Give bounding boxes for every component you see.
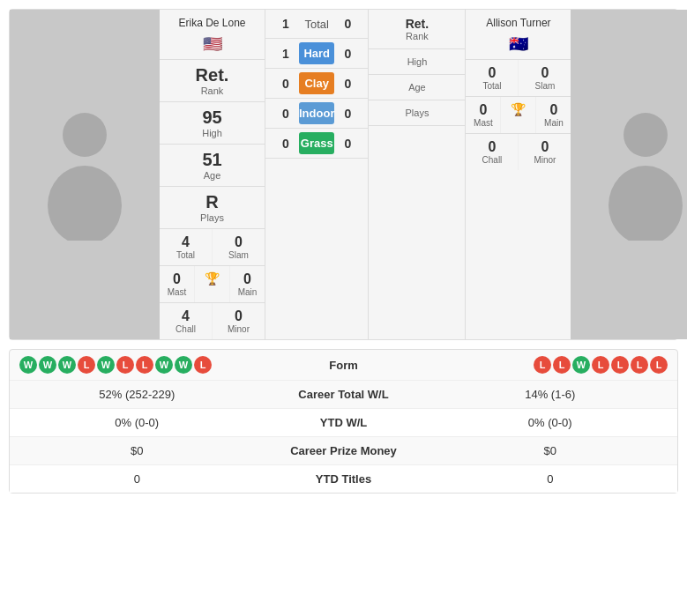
right-minor-val: 0 [541, 139, 549, 155]
right-high-block: High [369, 49, 465, 75]
indoor-score-right: 0 [334, 107, 361, 121]
right-slam-val: 0 [541, 65, 549, 81]
stat-center-label: Career Prize Money [256, 444, 432, 457]
stat-row: 52% (252-229)Career Total W/L14% (1-6) [10, 381, 677, 409]
hard-badge: Hard [299, 42, 334, 64]
left-slam-label: Slam [228, 250, 249, 260]
svg-point-2 [624, 113, 668, 157]
form-badge-right: W [572, 356, 590, 374]
right-mast-main-row: 0 Mast 🏆 0 Main [466, 96, 571, 133]
stat-row: 0YTD Titles0 [10, 465, 677, 493]
stats-rows-container: 52% (252-229)Career Total W/L14% (1-6)0%… [10, 381, 677, 493]
left-trophy-icon: 🏆 [205, 271, 220, 286]
clay-score-left: 0 [273, 77, 299, 91]
form-badge-right: L [592, 356, 609, 374]
clay-score-right: 0 [334, 77, 361, 91]
form-right-badges: LLWLLLL [414, 355, 669, 375]
right-trophy-icon: 🏆 [511, 102, 526, 116]
left-mast-label: Mast [168, 287, 187, 297]
right-player-name: Allison Turner [466, 10, 571, 33]
stat-left-val: 0 [19, 472, 256, 486]
left-chall-minor-row: 4 Chall 0 Minor [160, 302, 265, 339]
right-total-cell: 0 Total [466, 60, 519, 96]
grass-score-left: 0 [273, 137, 299, 151]
left-player-flag: 🇺🇸 [160, 33, 265, 59]
clay-badge: Clay [299, 72, 334, 94]
form-badge-right: L [611, 356, 629, 374]
hard-row: 1 Hard 0 [265, 39, 368, 69]
right-rank-block: Ret. Rank [369, 10, 465, 49]
main-container: Erika De Lone 🇺🇸 Ret. Rank 95 High 51 Ag… [0, 9, 687, 494]
left-minor-val: 0 [235, 308, 243, 324]
left-high-val: 95 [202, 108, 221, 128]
left-high-label: High [202, 128, 222, 138]
left-mast-main-row: 0 Mast 🏆 0 Main [160, 265, 265, 302]
right-total-val: 0 [488, 65, 496, 81]
top-section: Erika De Lone 🇺🇸 Ret. Rank 95 High 51 Ag… [9, 9, 678, 340]
right-mast-label: Mast [474, 118, 493, 128]
indoor-badge: Indoor [299, 102, 334, 124]
form-badge-left: L [78, 356, 95, 374]
left-main-label: Main [238, 287, 258, 297]
stat-center-label: Career Total W/L [256, 388, 432, 401]
left-chall-val: 4 [182, 308, 190, 324]
form-section: WWWLWLLWWL Form LLWLLLL 52% (252-229)Car… [9, 349, 678, 494]
total-row: 1 Total 0 [265, 10, 368, 39]
right-age-label: Age [408, 82, 426, 93]
svg-point-1 [48, 166, 122, 241]
right-main-cell: 0 Main [536, 97, 571, 133]
right-total-label: Total [482, 81, 501, 91]
right-player-photo [571, 10, 687, 339]
right-slam-cell: 0 Slam [519, 60, 571, 96]
form-badge-right: L [534, 356, 551, 374]
left-mast-cell: 0 Mast [160, 266, 195, 302]
total-score-right: 0 [334, 17, 361, 31]
stat-left-val: $0 [19, 444, 256, 457]
right-high-label: High [407, 56, 428, 67]
left-player-stats: Erika De Lone 🇺🇸 Ret. Rank 95 High 51 Ag… [160, 10, 265, 339]
total-label: Total [299, 18, 334, 31]
right-player-flag: 🇦🇺 [466, 33, 571, 59]
right-rank-val: Ret. [406, 17, 429, 31]
form-label: Form [273, 359, 414, 372]
indoor-score-left: 0 [273, 107, 299, 121]
right-main-label: Main [544, 118, 564, 128]
right-chall-cell: 0 Chall [466, 134, 519, 170]
form-badge-left: L [194, 356, 212, 374]
right-player-stats: Allison Turner 🇦🇺 0 Total 0 Slam 0 Mast [465, 10, 571, 339]
left-player-name: Erika De Lone [160, 10, 265, 33]
left-plays-val: R [205, 192, 218, 212]
stat-row: $0Career Prize Money$0 [10, 437, 677, 465]
stat-center-label: YTD W/L [256, 416, 432, 429]
stat-right-val: $0 [432, 444, 669, 457]
right-chall-val: 0 [488, 139, 496, 155]
grass-badge: Grass [299, 132, 334, 154]
right-slam-label: Slam [535, 81, 556, 91]
right-age-block: Age [369, 75, 465, 100]
right-mast-val: 0 [479, 102, 487, 118]
stat-right-val: 14% (1-6) [432, 388, 669, 401]
grass-row: 0 Grass 0 [265, 129, 368, 159]
right-plays-label: Plays [405, 108, 429, 118]
right-minor-label: Minor [534, 155, 556, 165]
right-plays-block: Plays [369, 100, 465, 126]
left-slam-val: 0 [235, 234, 243, 250]
stat-left-val: 0% (0-0) [19, 416, 256, 429]
right-rank-label: Rank [406, 31, 429, 41]
left-minor-cell: 0 Minor [213, 303, 265, 339]
form-badge-left: W [39, 356, 56, 374]
left-total-val: 4 [182, 234, 190, 250]
left-mast-val: 0 [173, 271, 181, 287]
surface-rows: 1 Total 0 1 Hard 0 0 Clay 0 0 Indoor [265, 10, 368, 339]
right-ret-panel: Ret. Rank High Age Plays [368, 10, 465, 339]
right-chall-minor-row: 0 Chall 0 Minor [466, 133, 571, 170]
left-age-block: 51 Age [160, 144, 265, 186]
left-main-val: 0 [243, 271, 251, 287]
right-minor-cell: 0 Minor [519, 134, 571, 170]
left-trophy-icon-cell: 🏆 [195, 266, 230, 302]
clay-row: 0 Clay 0 [265, 69, 368, 99]
form-badge-right: L [553, 356, 571, 374]
svg-point-3 [609, 166, 683, 241]
right-main-val: 0 [549, 102, 557, 118]
right-total-slam-row: 0 Total 0 Slam [466, 59, 571, 96]
